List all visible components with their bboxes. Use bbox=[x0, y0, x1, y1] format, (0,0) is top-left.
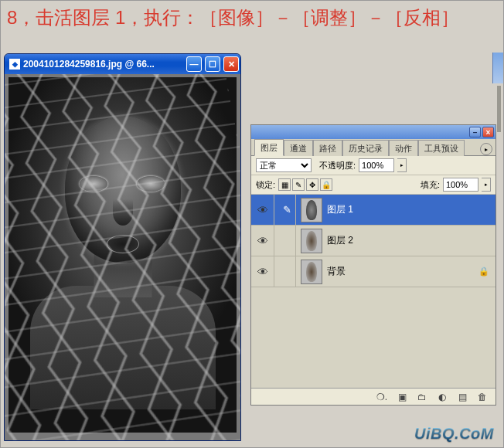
watermark: UiBQ.CoM bbox=[414, 425, 494, 443]
tab-channels[interactable]: 通道 bbox=[284, 140, 313, 156]
document-icon: ◆ bbox=[9, 59, 20, 70]
tab-paths[interactable]: 路径 bbox=[313, 140, 342, 156]
panel-menu-icon[interactable]: ▸ bbox=[480, 143, 492, 155]
layer-style-button[interactable]: ❍. bbox=[375, 391, 389, 403]
lock-pixels-icon[interactable]: ✎ bbox=[292, 178, 305, 191]
close-button[interactable]: ✕ bbox=[223, 56, 239, 72]
layer-name[interactable]: 背景 bbox=[327, 265, 474, 278]
opacity-input[interactable] bbox=[359, 158, 394, 172]
maximize-button[interactable]: ☐ bbox=[205, 56, 220, 72]
fill-slider-toggle[interactable]: ▸ bbox=[482, 178, 491, 192]
panel-top-controls: – × bbox=[251, 125, 495, 139]
fill-input[interactable] bbox=[443, 178, 478, 192]
panel-tabs: 图层 通道 路径 历史记录 动作 工具预设 ▸ bbox=[251, 139, 495, 156]
opacity-slider-toggle[interactable]: ▸ bbox=[397, 158, 407, 172]
layer-name[interactable]: 图层 2 bbox=[327, 234, 489, 247]
lock-transparency-icon[interactable]: ▦ bbox=[278, 178, 291, 191]
layers-panel-footer: ❍. ▣ 🗀 ◐ ▤ 🗑 bbox=[251, 388, 495, 405]
opacity-label: 不透明度: bbox=[319, 160, 356, 171]
layer-row[interactable]: 👁 背景 🔒 bbox=[251, 256, 495, 287]
adjustment-layer-button[interactable]: ◐ bbox=[435, 391, 449, 403]
layer-row[interactable]: 👁 ✎ 图层 1 bbox=[251, 195, 495, 226]
image-canvas-area[interactable] bbox=[5, 74, 240, 440]
image-content bbox=[9, 77, 237, 433]
layer-mask-button[interactable]: ▣ bbox=[395, 391, 409, 403]
mesh-overlay bbox=[5, 74, 240, 440]
new-set-button[interactable]: 🗀 bbox=[415, 391, 429, 403]
layer-name[interactable]: 图层 1 bbox=[327, 203, 489, 216]
tab-tool-presets[interactable]: 工具预设 bbox=[418, 140, 465, 156]
lock-all-icon[interactable]: 🔒 bbox=[320, 178, 332, 191]
eye-icon[interactable]: 👁 bbox=[257, 235, 268, 247]
fill-label: 填充: bbox=[421, 179, 440, 191]
instruction-text: 8，击活图层 1，执行：［图像］－［调整］－［反相］ bbox=[7, 5, 459, 30]
lock-label: 锁定: bbox=[256, 179, 275, 191]
layer-list: 👁 ✎ 图层 1 👁 图层 2 👁 背景 🔒 bbox=[251, 195, 495, 388]
panel-minimize-button[interactable]: – bbox=[469, 127, 481, 137]
layer-thumbnail[interactable] bbox=[301, 198, 322, 222]
layer-thumbnail[interactable] bbox=[301, 260, 322, 284]
image-window: ◆ 2004101284259816.jpg @ 66... — ☐ ✕ bbox=[4, 53, 241, 441]
new-layer-button[interactable]: ▤ bbox=[455, 391, 469, 403]
blend-opacity-row: 正常 不透明度: ▸ bbox=[251, 156, 495, 175]
image-window-titlebar[interactable]: ◆ 2004101284259816.jpg @ 66... — ☐ ✕ bbox=[5, 54, 240, 74]
tab-layers[interactable]: 图层 bbox=[254, 139, 284, 156]
tab-history[interactable]: 历史记录 bbox=[342, 140, 389, 156]
layer-thumbnail[interactable] bbox=[301, 229, 322, 253]
eye-icon[interactable]: 👁 bbox=[257, 204, 268, 216]
tab-actions[interactable]: 动作 bbox=[389, 140, 418, 156]
layers-panel: – × 图层 通道 路径 历史记录 动作 工具预设 ▸ 正常 不透明度: ▸ 锁… bbox=[250, 124, 496, 406]
blend-mode-select[interactable]: 正常 bbox=[256, 158, 312, 172]
adjacent-window-edge bbox=[492, 53, 503, 83]
lock-position-icon[interactable]: ✥ bbox=[306, 178, 318, 191]
image-window-title: 2004101284259816.jpg @ 66... bbox=[23, 59, 183, 70]
brush-icon: ✎ bbox=[283, 204, 291, 216]
delete-layer-button[interactable]: 🗑 bbox=[475, 391, 489, 403]
panel-close-button[interactable]: × bbox=[482, 127, 494, 137]
lock-fill-row: 锁定: ▦ ✎ ✥ 🔒 填充: ▸ bbox=[251, 175, 495, 195]
adjacent-shadow bbox=[497, 86, 501, 132]
minimize-button[interactable]: — bbox=[186, 56, 202, 72]
layer-row[interactable]: 👁 图层 2 bbox=[251, 226, 495, 256]
lock-icon: 🔒 bbox=[478, 266, 489, 277]
eye-icon[interactable]: 👁 bbox=[257, 266, 268, 278]
